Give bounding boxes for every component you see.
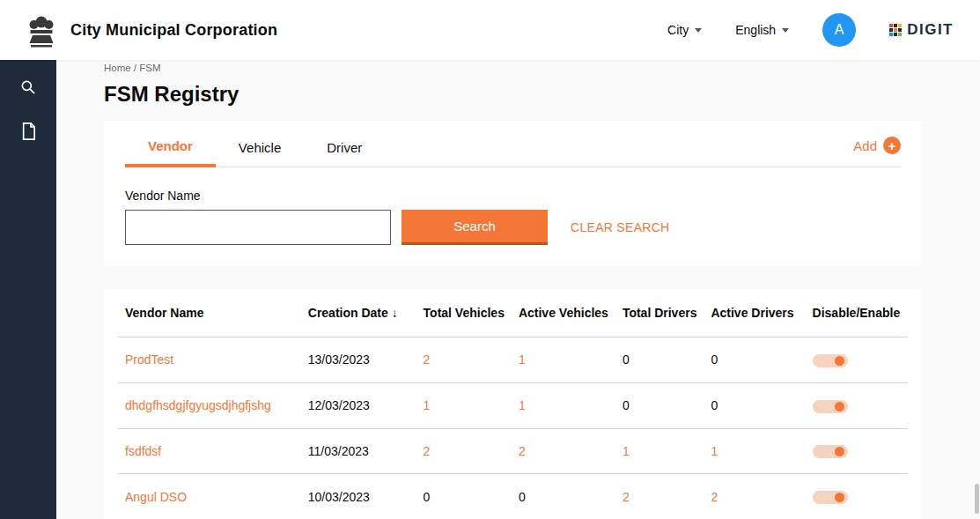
column-header: Vendor Name (118, 289, 301, 337)
vendor-name-input[interactable] (125, 210, 391, 245)
sort-descending-icon[interactable]: ↓ (388, 306, 398, 320)
creation-date-cell: 11/03/2023 (301, 428, 416, 474)
registry-card: Vendor Vehicle Driver Add + Vendor Name … (104, 121, 922, 266)
tab-bar: Vendor Vehicle Driver Add + (125, 124, 901, 167)
total-vehicles-count[interactable]: 2 (424, 352, 431, 367)
results-card: Vendor NameCreation Date ↓Total Vehicles… (104, 289, 922, 519)
enable-toggle[interactable] (813, 445, 848, 458)
enable-toggle[interactable] (813, 354, 848, 367)
total-vehicles-count[interactable]: 2 (424, 444, 431, 458)
total-vehicles-count[interactable]: 1 (424, 398, 431, 412)
column-header: Active Drivers (704, 289, 805, 337)
plus-icon: + (883, 137, 901, 154)
total-drivers-count: 0 (623, 398, 630, 412)
tab-vendor[interactable]: Vendor (125, 124, 216, 167)
active-vehicles-count[interactable]: 1 (519, 352, 526, 367)
add-button-label: Add (853, 138, 877, 153)
tab-driver[interactable]: Driver (304, 126, 385, 166)
avatar-initial: A (835, 22, 844, 38)
filter-row: Search CLEAR SEARCH (125, 210, 901, 245)
active-vehicles-count[interactable]: 1 (519, 398, 526, 412)
column-header: Disable/Enable (806, 289, 908, 337)
column-header[interactable]: Creation Date ↓ (301, 289, 416, 337)
table-row: ProdTest13/03/20232100 (118, 337, 908, 383)
avatar[interactable]: A (822, 13, 856, 47)
total-drivers-count[interactable]: 1 (623, 444, 630, 458)
column-header: Active Vehicles (512, 289, 615, 337)
table-row: fsdfdsf11/03/20232211 (118, 428, 908, 474)
add-button[interactable]: Add + (853, 137, 901, 154)
national-emblem-logo (26, 11, 56, 48)
total-drivers-count[interactable]: 2 (623, 490, 630, 504)
active-drivers-count: 0 (711, 352, 718, 367)
table-body: ProdTest13/03/20232100dhdgfhsdgjfgyugsdj… (118, 337, 908, 519)
language-dropdown[interactable]: English (735, 23, 789, 37)
active-drivers-count: 0 (711, 398, 718, 412)
vendor-link[interactable]: fsdfdsf (125, 444, 161, 458)
vendor-link[interactable]: Angul DSO (125, 490, 187, 504)
vendor-link[interactable]: ProdTest (125, 352, 173, 367)
search-button[interactable]: Search (402, 210, 548, 245)
total-drivers-count: 0 (623, 352, 630, 367)
sidebar (0, 60, 56, 519)
vendor-link[interactable]: dhdgfhsdgjfgyugsdjhgfjshg (125, 398, 271, 412)
enable-toggle[interactable] (813, 491, 848, 504)
vertical-scrollbar[interactable] (975, 484, 979, 514)
active-drivers-count[interactable]: 2 (711, 490, 718, 504)
table-row: Angul DSO10/03/20230022 (118, 474, 908, 519)
active-vehicles-count: 0 (519, 490, 526, 504)
clear-search-button[interactable]: CLEAR SEARCH (571, 220, 670, 234)
language-dropdown-label: English (735, 23, 776, 37)
document-icon[interactable] (18, 122, 38, 141)
tab-vehicle[interactable]: Vehicle (216, 126, 304, 166)
total-vehicles-count: 0 (424, 490, 431, 504)
digit-logo-text: DIGIT (907, 21, 954, 39)
digit-logo-dots-icon (889, 24, 902, 36)
column-header: Total Drivers (615, 289, 704, 337)
chevron-down-icon (782, 28, 789, 33)
creation-date-cell: 12/03/2023 (301, 382, 416, 428)
vendor-name-label: Vendor Name (125, 189, 901, 203)
city-dropdown[interactable]: City (667, 23, 702, 37)
app-title: City Municipal Corporation (70, 21, 277, 40)
digit-logo: DIGIT (889, 21, 954, 39)
breadcrumb[interactable]: Home / FSM (104, 63, 922, 73)
search-icon[interactable] (18, 78, 38, 97)
vendor-table: Vendor NameCreation Date ↓Total Vehicles… (118, 289, 908, 519)
page-title: FSM Registry (104, 82, 922, 107)
chevron-down-icon (695, 28, 702, 33)
main-content: Home / FSM FSM Registry Vendor Vehicle D… (56, 60, 980, 519)
creation-date-cell: 10/03/2023 (301, 474, 416, 519)
enable-toggle[interactable] (813, 400, 848, 413)
creation-date-cell: 13/03/2023 (301, 337, 416, 383)
city-dropdown-label: City (667, 23, 689, 37)
column-header: Total Vehicles (416, 289, 512, 337)
active-vehicles-count[interactable]: 2 (519, 444, 526, 458)
table-row: dhdgfhsdgjfgyugsdjhgfjshg12/03/20231100 (118, 382, 908, 428)
top-bar: City Municipal Corporation City English … (0, 0, 980, 60)
table-header-row: Vendor NameCreation Date ↓Total Vehicles… (118, 289, 908, 337)
active-drivers-count[interactable]: 1 (711, 444, 718, 458)
